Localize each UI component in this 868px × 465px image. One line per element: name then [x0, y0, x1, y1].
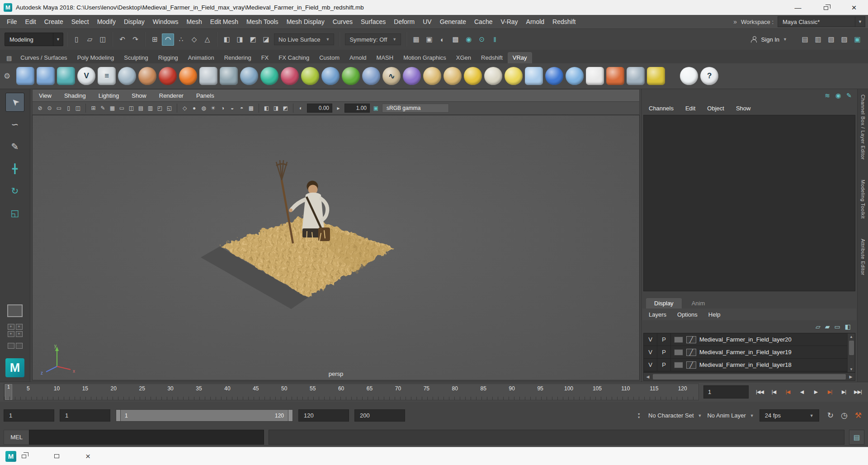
layer-horizontal-scrollbar[interactable]: ◀ ▶: [643, 373, 855, 381]
field-chart-icon[interactable]: ▥: [146, 103, 155, 113]
layer-editor-tab[interactable]: Display: [646, 298, 682, 308]
image-plane-icon[interactable]: ◫: [73, 103, 83, 113]
shelf-menu-icon[interactable]: ▤: [4, 53, 14, 63]
snap-to-grid-icon[interactable]: ⊞: [149, 33, 161, 46]
channel-box-menu-item[interactable]: Edit: [685, 105, 695, 112]
Medieval_Farmer_in_Field_layer19[interactable]: V P ╱ Medieval_Farmer_in_Field_layer19: [644, 346, 847, 359]
camera-attributes-icon[interactable]: ▭: [54, 103, 64, 113]
symmetry-dropdown[interactable]: Symmetry: Off ▼: [345, 33, 401, 45]
layer-from-selected-icon[interactable]: ▰: [825, 323, 830, 330]
tool-settings-icon[interactable]: ▨: [838, 33, 850, 46]
grass-icon[interactable]: [342, 67, 360, 85]
range-start-handle[interactable]: [116, 410, 121, 421]
fps-dropdown[interactable]: 24 fps ▼: [760, 409, 819, 422]
taskbar-maximize-button[interactable]: [54, 454, 59, 458]
layer-type-toggle[interactable]: ╱: [686, 336, 696, 343]
gate-mask-icon[interactable]: ▤: [136, 103, 146, 113]
construction-history-icon[interactable]: ◩: [247, 33, 259, 46]
water-drop-icon[interactable]: [240, 67, 258, 85]
anim-preferences-icon[interactable]: ◷: [841, 411, 848, 420]
safe-title-icon[interactable]: ◱: [165, 103, 174, 113]
command-input[interactable]: [29, 430, 264, 445]
snap-to-plane-icon[interactable]: ◇: [188, 33, 200, 46]
safe-action-icon[interactable]: ◰: [155, 103, 165, 113]
teal-splash-icon[interactable]: [260, 67, 278, 85]
layer-color-swatch[interactable]: [674, 349, 683, 356]
menu-set-selector[interactable]: Modeling ▼: [5, 33, 63, 46]
vray-doc-icon[interactable]: ≡: [98, 67, 116, 85]
striped-sphere-icon[interactable]: [566, 67, 584, 85]
layer-name[interactable]: Medieval_Farmer_in_Field_layer20: [699, 336, 792, 343]
yellow-cube-icon[interactable]: [647, 67, 665, 85]
shelf-tab[interactable]: FX: [256, 52, 274, 63]
exposure-icon[interactable]: ◐: [296, 103, 306, 113]
shelf-tab[interactable]: Rendering: [219, 52, 256, 63]
vray-logo-icon[interactable]: V: [77, 67, 95, 85]
layer-type-toggle[interactable]: ╱: [686, 349, 696, 356]
hypershade-icon[interactable]: ▥: [812, 33, 824, 46]
side-tab[interactable]: Attribute Editor: [860, 239, 866, 275]
new-layer-selected-icon[interactable]: ◧: [845, 323, 851, 330]
new-empty-layer-icon[interactable]: ▭: [835, 323, 840, 330]
channel-box-list[interactable]: [643, 115, 855, 291]
layer-name[interactable]: Medieval_Farmer_in_Field_layer18: [699, 361, 792, 368]
minimize-button[interactable]: —: [784, 0, 812, 15]
xray-icon[interactable]: ◨: [271, 103, 281, 113]
menu-item[interactable]: V-Ray: [496, 18, 522, 25]
purple-sphere-icon[interactable]: [403, 67, 421, 85]
side-tab[interactable]: Modeling Toolkit: [860, 180, 866, 219]
script-editor-icon[interactable]: ▤: [849, 430, 864, 445]
launch-ipr-icon[interactable]: ⊙: [476, 33, 488, 46]
cloud-icon[interactable]: [680, 67, 698, 85]
live-surface-dropdown[interactable]: No Live Surface ▼: [274, 33, 334, 45]
ipr-render-icon[interactable]: ◐: [436, 33, 448, 46]
menu-item[interactable]: Curves: [329, 18, 357, 25]
panel-menu-item[interactable]: Panels: [196, 92, 214, 99]
taskbar-close-button[interactable]: ×: [85, 451, 90, 461]
paint-select-tool[interactable]: ✎: [5, 137, 24, 156]
menu-item[interactable]: Mesh: [183, 18, 206, 25]
step-back-key-button[interactable]: |◀: [781, 385, 794, 399]
layer-color-swatch[interactable]: [674, 362, 683, 368]
viewport-3d[interactable]: y x z persp: [32, 115, 640, 380]
channel-box-menu-item[interactable]: Channels: [649, 105, 674, 112]
shelf-tab[interactable]: Arnold: [344, 52, 372, 63]
hypergraph-icon[interactable]: ≋: [825, 92, 830, 99]
maya-taskbar-icon[interactable]: M: [5, 451, 16, 462]
two-pane-layout-button[interactable]: [8, 343, 23, 349]
render-frame-icon[interactable]: ▣: [423, 33, 435, 46]
step-back-frame-button[interactable]: |◀: [767, 385, 780, 399]
shelf-settings-icon[interactable]: ⚙: [4, 71, 10, 81]
sky-square-icon[interactable]: [525, 67, 543, 85]
scroll-up-icon[interactable]: ▲: [849, 333, 853, 340]
channel-display-icon[interactable]: ◉: [835, 92, 841, 99]
use-all-lights-icon[interactable]: ☀: [208, 103, 218, 113]
shelf-tab[interactable]: Curves / Surfaces: [15, 52, 72, 63]
wireframe-icon[interactable]: ◇: [180, 103, 189, 113]
outliner-icon[interactable]: ▤: [799, 33, 811, 46]
panel-menu-item[interactable]: View: [39, 92, 52, 99]
multisample-icon[interactable]: ▩: [246, 103, 256, 113]
close-button[interactable]: ×: [840, 0, 868, 15]
playback-start-field[interactable]: 1: [60, 409, 110, 422]
shelf-tab[interactable]: FX Caching: [274, 52, 314, 63]
layer-editor-tab[interactable]: Anim: [684, 298, 713, 308]
render-view-icon[interactable]: ▦: [410, 33, 422, 46]
character-set-menus-icon[interactable]: ▼▼: [635, 413, 643, 419]
Medieval_Farmer_in_Field_layer20[interactable]: V P ╱ Medieval_Farmer_in_Field_layer20: [644, 333, 847, 346]
panel-menu-item[interactable]: Shading: [64, 92, 86, 99]
select-camera-icon[interactable]: ⊘: [35, 103, 45, 113]
scrollbar-thumb[interactable]: [653, 374, 846, 380]
play-backwards-button[interactable]: ◀: [795, 385, 808, 399]
vray-grid-a-icon[interactable]: [16, 67, 34, 85]
shelf-tab[interactable]: Redshift: [476, 52, 508, 63]
scroll-left-icon[interactable]: ◀: [644, 375, 652, 379]
range-bar[interactable]: 1 120: [121, 410, 288, 421]
animation-start-field[interactable]: 1: [4, 409, 54, 422]
scale-tool[interactable]: ◱: [5, 204, 24, 223]
current-frame-field[interactable]: 1: [703, 385, 749, 399]
snap-to-curve-icon[interactable]: ◠: [162, 33, 174, 46]
menu-item[interactable]: UV: [419, 18, 435, 25]
exposure-field[interactable]: 0.00: [307, 104, 332, 113]
yellow-sphere-icon[interactable]: [464, 67, 482, 85]
